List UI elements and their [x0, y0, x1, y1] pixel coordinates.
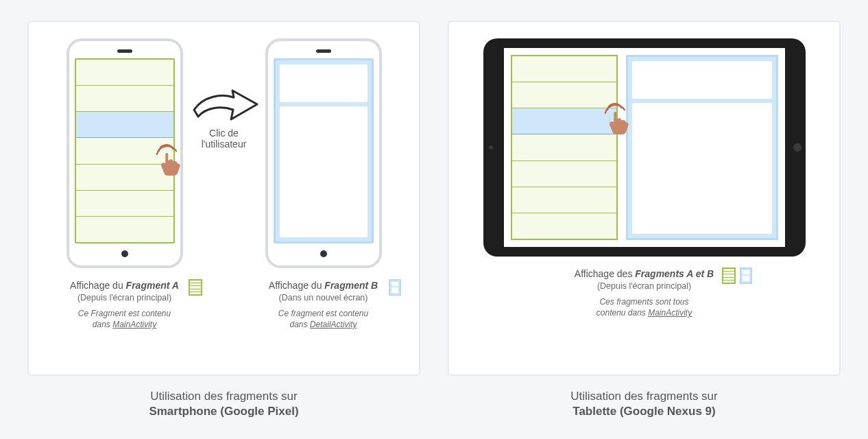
tablet-selected-row[interactable] [512, 108, 616, 134]
caption-fragment-a: Affichage du Fragment A (Depuis l'écran … [70, 279, 179, 330]
list-screen-a [75, 58, 175, 244]
tablet-fragment-ab: Affichage des Fragments A et B (Depuis l… [483, 38, 806, 318]
smartphone-section: Affichage du Fragment A (Depuis l'écran … [27, 21, 420, 418]
phone-device-a [67, 38, 183, 268]
arrow-icon [190, 86, 258, 123]
phone-device-b [265, 38, 382, 268]
tablet-panel: Affichage des Fragments A et B (Depuis l… [448, 21, 841, 376]
mini-list-icon [189, 279, 202, 296]
smartphone-panel: Affichage du Fragment A (Depuis l'écran … [27, 21, 420, 376]
selected-list-row[interactable] [76, 112, 173, 138]
tablet-device [483, 38, 806, 257]
mini-pair-icon [722, 268, 752, 284]
caption-tablet: Affichage des Fragments A et B (Depuis l… [575, 268, 714, 318]
tablet-caption: Utilisation des fragments sur Tablette (… [448, 390, 841, 418]
click-label: Clic del'utilisateur [202, 128, 247, 150]
flow-arrow-column: Clic del'utilisateur [183, 86, 265, 150]
phone-fragment-b: Affichage du Fragment B (Dans un nouvel … [265, 38, 382, 330]
mini-detail-icon [389, 279, 401, 296]
tablet-section: Affichage des Fragments A et B (Depuis l… [448, 21, 841, 418]
tablet-list-screen [511, 55, 618, 240]
tablet-detail-screen [626, 55, 778, 240]
smartphone-caption: Utilisation des fragments sur Smartphone… [27, 390, 420, 418]
detail-screen-b [274, 58, 374, 244]
caption-fragment-b: Affichage du Fragment B (Dans un nouvel … [269, 279, 378, 330]
phone-fragment-a: Affichage du Fragment A (Depuis l'écran … [67, 38, 183, 330]
